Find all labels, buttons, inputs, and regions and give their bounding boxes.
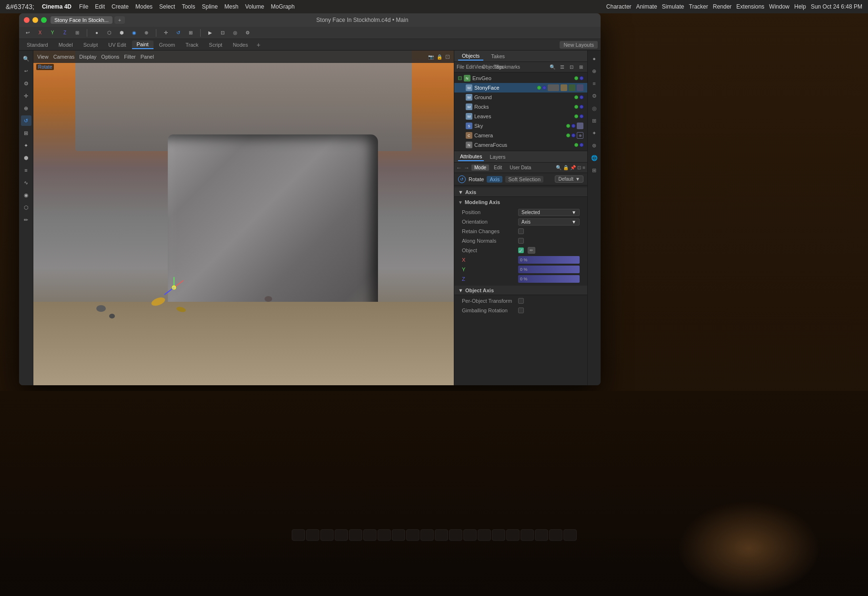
menu-modes[interactable]: Modes [135, 3, 153, 10]
viewport-expand-icon[interactable]: ⊡ [445, 53, 450, 60]
tab-model[interactable]: Model [54, 41, 78, 49]
attr-mode-mode[interactable]: Mode [471, 164, 489, 171]
axis-badge[interactable]: Axis [487, 176, 502, 183]
sky-tag[interactable] [577, 123, 583, 129]
viewport-menu-options[interactable]: Options [101, 54, 119, 60]
menu-mesh[interactable]: Mesh [225, 3, 238, 10]
lt-hex[interactable]: ⬡ [21, 202, 31, 213]
tab-sculpt[interactable]: Sculpt [79, 41, 103, 49]
toolbar-rotate[interactable]: ↺ [174, 28, 183, 38]
attr-mode-dropdown[interactable]: Default ▼ [555, 175, 583, 183]
leaves-vis1[interactable] [574, 114, 578, 118]
retain-changes-checkbox[interactable] [518, 228, 524, 234]
ri-plus-icon[interactable]: ⊕ [589, 66, 600, 76]
close-button[interactable] [24, 17, 30, 23]
attr-lock-icon[interactable]: 🔒 [563, 165, 569, 170]
sky-vis1[interactable] [566, 124, 570, 128]
toolbar-render-settings[interactable]: ⚙ [243, 28, 252, 38]
camera-vis1[interactable] [566, 134, 570, 137]
per-object-checkbox[interactable] [518, 298, 524, 304]
maximize-button[interactable] [41, 17, 47, 23]
toolbar-point-mode[interactable]: ● [92, 28, 102, 38]
attr-search-icon[interactable]: 🔍 [556, 165, 562, 170]
menu-help[interactable]: Help [794, 3, 806, 10]
tab-track[interactable]: Track [181, 41, 203, 49]
ground-vis1[interactable] [574, 95, 578, 99]
menu-create[interactable]: Create [112, 3, 129, 10]
object-item-leaves[interactable]: M Leaves [454, 112, 587, 121]
lt-move3[interactable]: ⊕ [21, 103, 31, 113]
lt-poly[interactable]: ⬢ [21, 153, 31, 163]
viewport-menu-view[interactable]: View [37, 54, 49, 60]
minimize-button[interactable] [32, 17, 38, 23]
toolbar-x-axis[interactable]: X [35, 28, 45, 38]
attr-tab-attributes[interactable]: Attributes [458, 153, 484, 161]
toolbar-texture-mode[interactable]: ⊕ [142, 28, 151, 38]
stonyface-vis2[interactable] [542, 86, 546, 90]
toolbar-object-mode[interactable]: ◉ [129, 28, 139, 38]
camerafocus-vis2[interactable] [580, 143, 583, 147]
menu-mograph[interactable]: MoGraph [271, 3, 295, 10]
orientation-dropdown[interactable]: Axis ▼ [518, 218, 580, 226]
lt-move2[interactable]: ✛ [21, 91, 31, 101]
lt-select[interactable]: 🔍 [21, 53, 31, 64]
object-item-ground[interactable]: M Ground [454, 92, 587, 102]
tab-uv-edit[interactable]: UV Edit [103, 41, 131, 49]
camera-active-icon[interactable]: ⊕ [577, 132, 583, 139]
viewport-menu-display[interactable]: Display [79, 54, 96, 60]
toolbar-render-region[interactable]: ⊡ [218, 28, 227, 38]
ri-globe-icon[interactable]: 🌐 [589, 153, 600, 163]
panel-tab-objects[interactable]: Objects [458, 52, 483, 61]
toolbar-move[interactable]: ✛ [161, 28, 171, 38]
stonyface-vis1[interactable] [537, 86, 541, 90]
along-normals-checkbox[interactable] [518, 238, 524, 244]
soft-selection-badge[interactable]: Soft Selection [505, 176, 543, 183]
menu-tools[interactable]: Tools [182, 3, 195, 10]
axis-section-header[interactable]: ▼ Axis [454, 187, 587, 197]
attr-mode-edit[interactable]: Edit [491, 164, 505, 171]
attr-tab-layers[interactable]: Layers [488, 153, 507, 161]
ri-ring-icon[interactable]: ⊛ [589, 140, 600, 151]
ri-grid-icon[interactable]: ⊞ [589, 115, 600, 126]
camera-vis2[interactable] [572, 134, 575, 137]
attr-nav-forward[interactable]: → [464, 164, 470, 171]
toolbar-world[interactable]: ⊞ [72, 28, 82, 38]
active-tab[interactable]: Stony Face In Stockh... [51, 16, 112, 24]
menu-spline[interactable]: Spline [202, 3, 217, 10]
menu-edit[interactable]: Edit [95, 3, 105, 10]
toolbar-render-view[interactable]: ▶ [205, 28, 215, 38]
panel-tb-bookmarks[interactable]: Bookmarks [504, 63, 512, 72]
modeling-axis-collapse[interactable]: ▼ [458, 200, 463, 205]
menu-select[interactable]: Select [159, 3, 175, 10]
viewport-menu-cameras[interactable]: Cameras [53, 54, 75, 60]
stonyface-tag2[interactable] [561, 84, 567, 91]
panel-tb-edit[interactable]: Edit [466, 63, 474, 72]
panel-tab-takes[interactable]: Takes [487, 52, 509, 60]
toolbar-y-axis[interactable]: Y [48, 28, 57, 38]
toolbar-scale[interactable]: ⊞ [186, 28, 195, 38]
tab-groom[interactable]: Groom [154, 41, 180, 49]
gimballing-checkbox[interactable] [518, 308, 524, 313]
menu-volume[interactable]: Volume [245, 3, 264, 10]
tab-standard[interactable]: Standard [22, 41, 53, 49]
ri-star-icon[interactable]: ✦ [589, 128, 600, 138]
tab-nodes[interactable]: Nodes [228, 41, 253, 49]
viewport[interactable]: View Cameras Display Options Filter Pane… [33, 51, 454, 385]
panel-tb-settings2[interactable]: ⊡ [567, 63, 576, 72]
toolbar-poly-mode[interactable]: ⬢ [117, 28, 126, 38]
ri-menu-icon[interactable]: ≡ [589, 78, 600, 89]
attr-nav-back[interactable]: ← [456, 164, 462, 171]
tab-script[interactable]: Script [204, 41, 227, 49]
lt-rotate[interactable]: ↺ [21, 115, 31, 126]
stonyface-tag4[interactable] [577, 84, 583, 91]
menu-animate[interactable]: Animate [636, 3, 657, 10]
object-axis-section-header[interactable]: ▼ Object Axis [454, 286, 587, 295]
object-item-camerafocus[interactable]: N CameraFocus [454, 140, 587, 150]
toolbar-render[interactable]: ◎ [230, 28, 240, 38]
envgeo-vis1[interactable] [574, 76, 578, 80]
panel-tb-search[interactable]: 🔍 [548, 63, 557, 72]
panel-tb-object[interactable]: Object [485, 63, 493, 72]
object-item-rocks[interactable]: M Rocks [454, 102, 587, 112]
menu-render[interactable]: Render [713, 3, 732, 10]
apple-logo-icon[interactable]: &#63743; [6, 3, 34, 10]
